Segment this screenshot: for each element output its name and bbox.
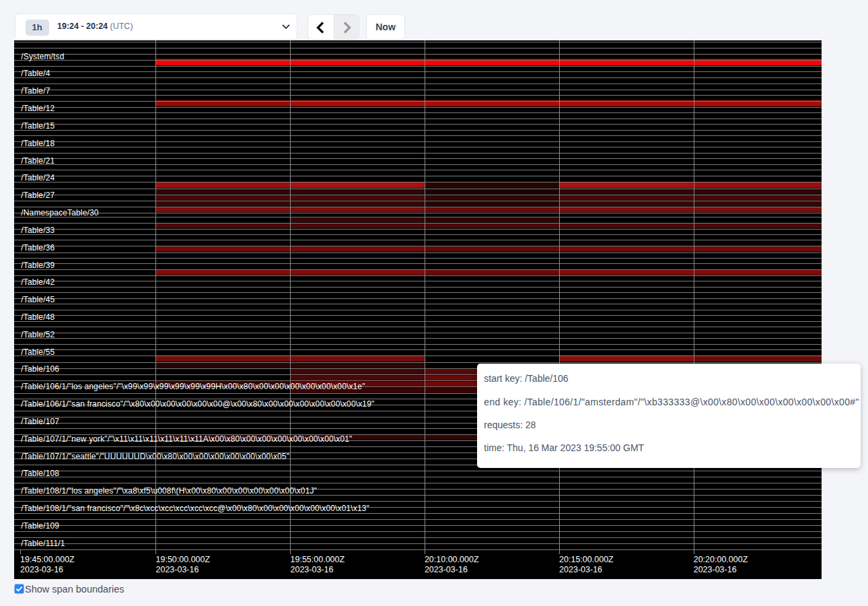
svg-text:/Table/42: /Table/42 (21, 277, 55, 287)
svg-text:/Table/106: /Table/106 (21, 364, 59, 374)
svg-text:/Table/108/1/"los angeles"/"\x: /Table/108/1/"los angeles"/"\xa8\xf5\u00… (21, 486, 317, 496)
svg-text:/Table/52: /Table/52 (21, 329, 55, 339)
svg-text:2023-03-16: 2023-03-16 (694, 564, 737, 574)
svg-text:20:15:00.000Z: 20:15:00.000Z (559, 554, 614, 564)
svg-text:/Table/106/1/"san francisco"/": /Table/106/1/"san francisco"/"\x80\x00\x… (21, 399, 374, 409)
svg-text:/Table/48: /Table/48 (21, 312, 55, 322)
svg-text:20:10:00.000Z: 20:10:00.000Z (425, 554, 479, 564)
svg-text:/Table/107/1/"seattle"/"UUUUUU: /Table/107/1/"seattle"/"UUUUUUD\x00\x80\… (21, 451, 289, 461)
svg-text:20:20:00.000Z: 20:20:00.000Z (694, 554, 748, 564)
svg-text:19:45:00.000Z: 19:45:00.000Z (20, 554, 75, 564)
svg-text:2023-03-16: 2023-03-16 (425, 564, 468, 574)
svg-text:/Table/55: /Table/55 (21, 347, 55, 356)
svg-text:/Table/106/1/"los angeles"/"\x: /Table/106/1/"los angeles"/"\x99\x99\x99… (21, 382, 365, 391)
svg-text:/Table/12: /Table/12 (21, 104, 55, 113)
svg-text:/Table/109: /Table/109 (21, 520, 59, 530)
svg-text:/Table/45: /Table/45 (21, 295, 55, 304)
svg-text:/Table/107/1/"new york"/"\x11\: /Table/107/1/"new york"/"\x11\x11\x11\x1… (21, 434, 352, 443)
svg-text:/Table/27: /Table/27 (21, 191, 55, 200)
svg-text:/Table/18: /Table/18 (21, 138, 55, 147)
svg-text:2023-03-16: 2023-03-16 (20, 564, 63, 574)
svg-text:19:50:00.000Z: 19:50:00.000Z (156, 554, 211, 564)
svg-text:/Table/15: /Table/15 (21, 121, 55, 130)
svg-text:/Table/36: /Table/36 (21, 242, 55, 252)
svg-text:/Table/108: /Table/108 (21, 469, 59, 478)
svg-text:/Table/107: /Table/107 (21, 416, 59, 426)
svg-text:/NamespaceTable/30: /NamespaceTable/30 (21, 208, 98, 217)
svg-text:/System/tsd: /System/tsd (21, 51, 64, 61)
svg-text:/Table/33: /Table/33 (21, 225, 55, 234)
svg-text:2023-03-16: 2023-03-16 (291, 564, 334, 574)
svg-text:19:55:00.000Z: 19:55:00.000Z (291, 554, 345, 564)
svg-text:/Table/24: /Table/24 (21, 173, 55, 182)
svg-text:/Table/7: /Table/7 (21, 86, 50, 96)
svg-text:/Table/4: /Table/4 (21, 69, 50, 78)
svg-text:2023-03-16: 2023-03-16 (559, 564, 602, 574)
svg-text:/Table/111/1: /Table/111/1 (21, 538, 65, 547)
svg-text:/Table/108/1/"san francisco"/": /Table/108/1/"san francisco"/"\x8c\xcc\x… (21, 504, 369, 513)
svg-text:/Table/39: /Table/39 (21, 260, 55, 269)
svg-text:/Table/21: /Table/21 (21, 156, 55, 165)
svg-text:2023-03-16: 2023-03-16 (156, 564, 199, 574)
